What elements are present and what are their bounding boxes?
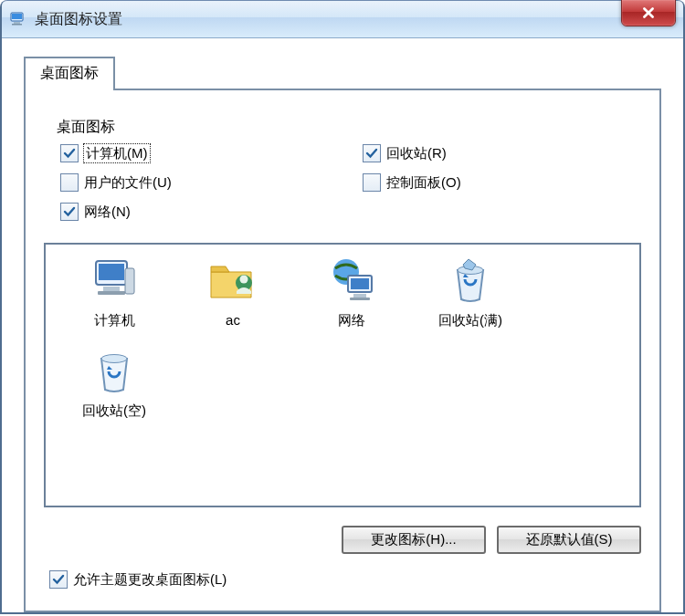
svg-rect-8	[125, 268, 134, 294]
folder-icon	[207, 256, 258, 307]
window-title: 桌面图标设置	[35, 10, 122, 29]
checkbox-box	[49, 570, 68, 589]
checkbox-box	[363, 144, 381, 162]
check-icon	[63, 205, 76, 218]
computer-icon	[89, 256, 140, 307]
svg-rect-15	[350, 298, 370, 300]
check-icon	[63, 147, 76, 160]
dialog-window: 桌面图标设置 桌面图标 桌面图标 计算机(M)	[0, 0, 685, 614]
tab-page: 桌面图标 计算机(M) 回收站(R)	[24, 89, 661, 612]
icon-item-recycle-empty[interactable]: 回收站(空)	[55, 346, 174, 420]
svg-rect-3	[12, 24, 22, 26]
icon-list: 计算机 ac	[55, 256, 630, 436]
icon-item-network[interactable]: 网络	[292, 256, 411, 329]
group-desktop-icons: 桌面图标 计算机(M) 回收站(R)	[44, 105, 641, 226]
restore-defaults-button[interactable]: 还原默认值(S)	[497, 526, 641, 554]
svg-point-17	[101, 355, 127, 363]
checkbox-computer[interactable]: 计算机(M)	[60, 144, 326, 162]
svg-point-10	[240, 276, 248, 284]
checkbox-controlpanel[interactable]: 控制面板(O)	[363, 173, 628, 192]
change-icon-button[interactable]: 更改图标(H)...	[342, 526, 486, 554]
recycle-empty-icon	[89, 346, 140, 397]
svg-rect-2	[14, 22, 20, 24]
checkbox-allow-theme[interactable]: 允许主题更改桌面图标(L)	[49, 570, 641, 589]
checkbox-network[interactable]: 网络(N)	[60, 203, 326, 221]
recycle-full-icon	[445, 256, 496, 307]
titlebar: 桌面图标设置	[2, 0, 683, 38]
button-row: 更改图标(H)... 还原默认值(S)	[44, 526, 641, 554]
checkbox-box	[60, 203, 79, 221]
app-icon	[9, 10, 27, 28]
checkbox-box	[60, 144, 79, 162]
checkbox-box	[363, 173, 381, 192]
icon-item-computer[interactable]: 计算机	[55, 256, 174, 329]
svg-rect-5	[99, 264, 124, 280]
icon-preview-panel: 计算机 ac	[44, 243, 641, 507]
close-button[interactable]	[621, 0, 676, 26]
group-legend: 桌面图标	[57, 118, 628, 137]
close-icon	[641, 5, 656, 20]
svg-rect-14	[353, 294, 366, 298]
checkbox-userfiles[interactable]: 用户的文件(U)	[60, 173, 326, 192]
checkbox-grid: 计算机(M) 回收站(R) 用户的文件(U) 控制面板(	[57, 144, 628, 221]
check-icon	[52, 573, 65, 586]
svg-rect-13	[351, 278, 369, 289]
checkbox-recycle[interactable]: 回收站(R)	[363, 144, 628, 162]
check-icon	[365, 147, 378, 160]
svg-rect-1	[12, 14, 22, 19]
checkbox-box	[60, 173, 79, 192]
svg-rect-7	[98, 291, 125, 295]
tab-control: 桌面图标 桌面图标 计算机(M)	[24, 55, 661, 612]
svg-rect-6	[103, 287, 120, 291]
network-icon	[326, 256, 377, 307]
tab-desktop-icons[interactable]: 桌面图标	[24, 57, 115, 90]
icon-item-recycle-full[interactable]: 回收站(满)	[411, 256, 530, 329]
icon-item-userfolder[interactable]: ac	[174, 256, 292, 329]
